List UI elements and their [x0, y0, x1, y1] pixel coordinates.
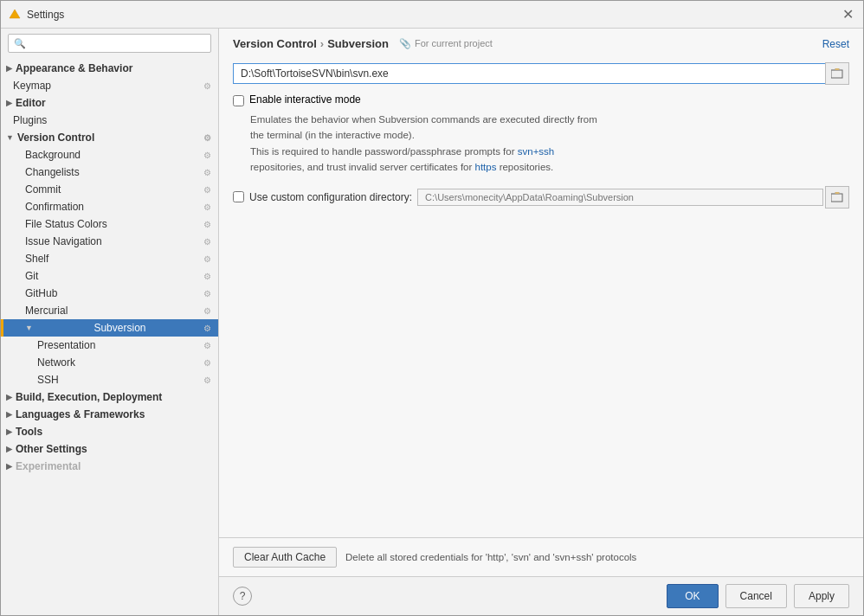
sidebar-item-commit[interactable]: Commit ⚙ — [1, 181, 218, 198]
interactive-mode-row: Enable interactive mode — [233, 93, 849, 106]
sidebar-item-shelf[interactable]: Shelf ⚙ — [1, 250, 218, 267]
main-body: Enable interactive mode Emulates the beh… — [219, 55, 863, 537]
sidebar-item-label: Editor — [16, 97, 46, 109]
arrow-icon: ▶ — [6, 462, 12, 471]
sidebar-item-label: Mercurial — [25, 305, 68, 317]
settings-icon: ⚙ — [203, 237, 211, 247]
sidebar-item-background[interactable]: Background ⚙ — [1, 146, 218, 164]
arrow-icon: ▶ — [6, 64, 12, 73]
sidebar-item-label: Presentation — [37, 339, 95, 351]
desc-line-1: Emulates the behavior when Subversion co… — [250, 112, 849, 127]
sidebar-item-label: File Status Colors — [25, 218, 107, 230]
sidebar-item-label: Keymap — [13, 80, 51, 92]
sidebar-item-editor[interactable]: ▶ Editor — [1, 94, 218, 112]
settings-icon: ⚙ — [203, 272, 211, 281]
config-dir-label: Use custom configuration directory: — [249, 191, 412, 203]
svn-path-input-group — [233, 62, 849, 85]
project-label: 📎For current project — [399, 38, 493, 49]
sidebar: 🔍 ▶ Appearance & Behavior Keymap ⚙ ▶ Edi… — [1, 29, 219, 615]
svg-marker-0 — [10, 10, 20, 18]
sidebar-item-network[interactable]: Network ⚙ — [1, 354, 218, 371]
sidebar-item-keymap[interactable]: Keymap ⚙ — [1, 77, 218, 94]
https-link: https — [475, 162, 497, 172]
clear-auth-cache-button[interactable]: Clear Auth Cache — [233, 547, 337, 568]
footer-left: ? — [233, 587, 252, 606]
sidebar-item-label: SSH — [37, 374, 59, 386]
sidebar-item-tools[interactable]: ▶ Tools — [1, 423, 218, 440]
nav-section: ▶ Appearance & Behavior Keymap ⚙ ▶ Edito… — [1, 58, 218, 477]
window-title: Settings — [27, 9, 839, 21]
sidebar-item-experimental[interactable]: ▶ Experimental — [1, 458, 218, 475]
sidebar-item-appearance[interactable]: ▶ Appearance & Behavior — [1, 60, 218, 77]
sidebar-item-changelists[interactable]: Changelists ⚙ — [1, 164, 218, 181]
config-dir-checkbox[interactable] — [233, 191, 244, 202]
sidebar-item-github[interactable]: GitHub ⚙ — [1, 285, 218, 302]
sidebar-item-git[interactable]: Git ⚙ — [1, 267, 218, 285]
config-dir-input[interactable] — [417, 189, 823, 206]
interactive-mode-description: Emulates the behavior when Subversion co… — [250, 112, 849, 176]
settings-icon: ⚙ — [203, 151, 211, 160]
sidebar-item-presentation[interactable]: Presentation ⚙ — [1, 337, 218, 354]
settings-icon: ⚙ — [203, 133, 211, 143]
sidebar-item-build[interactable]: ▶ Build, Execution, Deployment — [1, 388, 218, 406]
arrow-icon: ▶ — [6, 410, 12, 419]
sidebar-item-confirmation[interactable]: Confirmation ⚙ — [1, 198, 218, 215]
sidebar-item-file-status-colors[interactable]: File Status Colors ⚙ — [1, 215, 218, 233]
breadcrumb-separator: › — [320, 37, 324, 50]
breadcrumb: Version Control › Subversion — [233, 37, 389, 50]
arrow-icon: ▼ — [6, 133, 14, 142]
ok-button[interactable]: OK — [667, 584, 718, 608]
sidebar-item-label: Other Settings — [16, 443, 87, 455]
svn-ssh-link: svn+ssh — [518, 146, 555, 157]
reset-button[interactable]: Reset — [822, 38, 849, 50]
desc-line-3: This is required to handle password/pass… — [250, 144, 849, 159]
sidebar-item-subversion[interactable]: ▼ Subversion ⚙ — [1, 319, 218, 337]
sidebar-item-issue-navigation[interactable]: Issue Navigation ⚙ — [1, 233, 218, 250]
help-button[interactable]: ? — [233, 587, 252, 606]
settings-icon: ⚙ — [203, 375, 211, 385]
arrow-icon: ▶ — [6, 99, 12, 107]
svn-path-row — [233, 62, 849, 85]
svn-path-input[interactable] — [233, 63, 826, 84]
settings-window: Settings ✕ 🔍 ▶ Appearance & Behavior Key… — [0, 0, 864, 616]
sidebar-item-plugins[interactable]: Plugins — [1, 112, 218, 129]
arrow-icon: ▶ — [6, 427, 12, 436]
desc-line-2: the terminal (in the interactive mode). — [250, 127, 849, 143]
close-button[interactable]: ✕ — [839, 6, 856, 23]
apply-button[interactable]: Apply — [794, 584, 849, 608]
clear-cache-description: Delete all stored credentials for 'http'… — [345, 552, 636, 562]
sidebar-item-label: Experimental — [16, 460, 81, 472]
sidebar-item-label: Changelists — [25, 166, 80, 178]
sidebar-item-label: Build, Execution, Deployment — [16, 391, 162, 403]
footer: ? OK Cancel Apply — [219, 576, 863, 615]
settings-icon: ⚙ — [203, 185, 211, 195]
config-dir-row: Use custom configuration directory: — [233, 186, 849, 209]
titlebar: Settings ✕ — [1, 1, 863, 29]
sidebar-item-version-control[interactable]: ▼ Version Control ⚙ — [1, 129, 218, 146]
svg-rect-3 — [831, 194, 842, 202]
footer-right: OK Cancel Apply — [667, 584, 849, 608]
settings-icon: ⚙ — [203, 306, 211, 316]
app-icon — [8, 8, 22, 22]
sidebar-item-label: Issue Navigation — [25, 235, 102, 247]
settings-icon: ⚙ — [203, 358, 211, 368]
cancel-button[interactable]: Cancel — [725, 584, 787, 608]
bottom-bar: Clear Auth Cache Delete all stored crede… — [219, 537, 863, 576]
settings-icon: ⚙ — [203, 202, 211, 212]
sidebar-item-ssh[interactable]: SSH ⚙ — [1, 371, 218, 388]
sidebar-item-label: Confirmation — [25, 201, 84, 213]
search-box[interactable]: 🔍 — [8, 34, 211, 53]
breadcrumb-current: Subversion — [327, 37, 389, 50]
sidebar-item-mercurial[interactable]: Mercurial ⚙ — [1, 302, 218, 319]
arrow-icon: ▶ — [6, 445, 12, 453]
search-input[interactable] — [29, 37, 205, 49]
sidebar-item-other-settings[interactable]: ▶ Other Settings — [1, 440, 218, 458]
sidebar-item-languages[interactable]: ▶ Languages & Frameworks — [1, 406, 218, 423]
settings-icon: ⚙ — [203, 341, 211, 350]
config-dir-browse-button[interactable] — [825, 186, 849, 209]
sidebar-item-label: Languages & Frameworks — [16, 408, 145, 420]
browse-button[interactable] — [825, 62, 849, 85]
sidebar-item-label: Shelf — [25, 253, 48, 265]
settings-icon: ⚙ — [203, 324, 211, 333]
interactive-mode-checkbox[interactable] — [233, 95, 244, 106]
